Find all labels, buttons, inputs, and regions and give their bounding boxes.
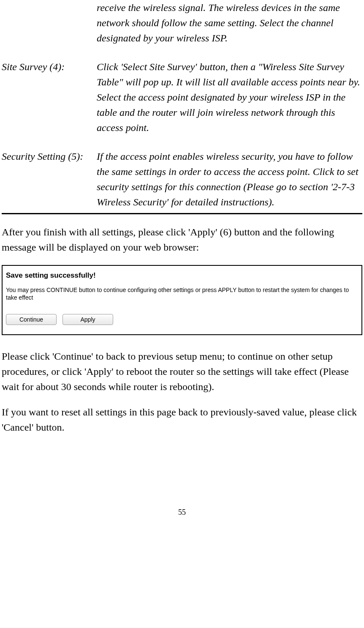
definition-site-survey: Site Survey (4): Click 'Select Site Surv… bbox=[2, 59, 362, 135]
save-success-title: Save setting successfully! bbox=[6, 271, 358, 280]
paragraph-reset-cancel: If you want to reset all settings in thi… bbox=[2, 404, 362, 435]
definition-desc-channel: receive the wireless signal. The wireles… bbox=[97, 0, 362, 46]
screenshot-button-row: Continue Apply bbox=[6, 314, 358, 325]
save-success-screenshot: Save setting successfully! You may press… bbox=[2, 265, 362, 335]
definition-desc-site-survey: Click 'Select Site Survey' button, then … bbox=[97, 59, 362, 135]
save-success-desc: You may press CONTINUE button to continu… bbox=[6, 286, 358, 301]
definition-desc-security: If the access point enables wireless sec… bbox=[97, 149, 362, 210]
definition-term-site-survey: Site Survey (4): bbox=[2, 59, 97, 135]
section-divider bbox=[2, 213, 362, 214]
definition-security-setting: Security Setting (5): If the access poin… bbox=[2, 149, 362, 210]
definition-term-spacer bbox=[2, 0, 97, 46]
paragraph-after-settings: After you finish with all settings, plea… bbox=[2, 224, 362, 255]
definition-term-security: Security Setting (5): bbox=[2, 151, 83, 162]
definition-channel-continued: receive the wireless signal. The wireles… bbox=[2, 0, 362, 46]
document-page: receive the wireless signal. The wireles… bbox=[0, 0, 364, 535]
paragraph-continue-apply: Please click 'Continue' to back to previ… bbox=[2, 349, 362, 394]
page-number: 55 bbox=[2, 507, 362, 518]
apply-button[interactable]: Apply bbox=[62, 314, 113, 325]
continue-button[interactable]: Continue bbox=[6, 314, 57, 325]
